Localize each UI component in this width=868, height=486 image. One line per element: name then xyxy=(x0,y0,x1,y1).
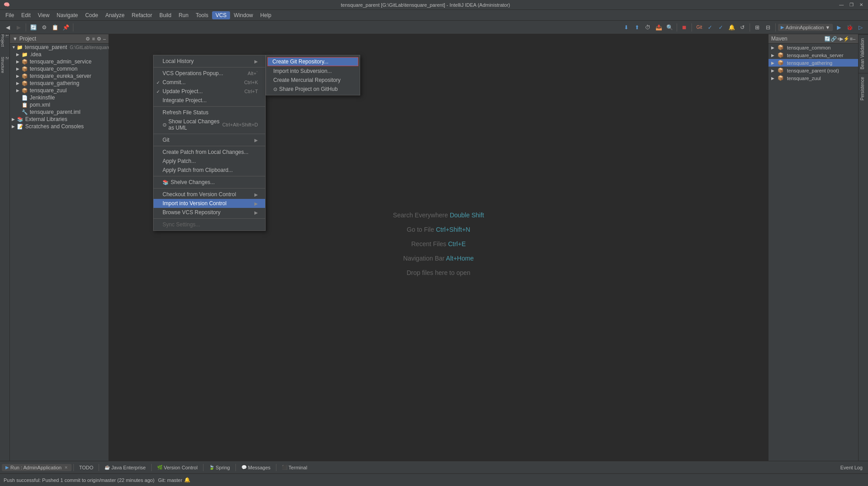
tree-eureka[interactable]: ▶ 📦 tensquare_eureka_server xyxy=(10,72,108,80)
layout-btn[interactable]: ⊞ xyxy=(752,22,762,32)
tab-todo[interactable]: TODO xyxy=(76,464,97,471)
coverage-btn[interactable]: ▷ xyxy=(855,22,865,32)
vcs-apply-clipboard[interactable]: Apply Patch from Clipboard... xyxy=(154,166,265,175)
vcs-browse[interactable]: Browse VCS Repository ▶ xyxy=(154,208,265,217)
menu-vcs[interactable]: VCS xyxy=(212,11,231,19)
vcs-update[interactable]: Update Project... Ctrl+T xyxy=(154,87,265,96)
vcs-import[interactable]: Import into Version Control ▶ xyxy=(154,199,265,208)
back-button[interactable]: ◀ xyxy=(3,22,13,32)
create-git-repo[interactable]: Create Git Repository... xyxy=(267,57,358,66)
run-btn[interactable]: ▶ xyxy=(834,22,844,32)
vcs-apply-patch[interactable]: Apply Patch... xyxy=(154,157,265,166)
tab-spring[interactable]: 🍃 Spring xyxy=(205,464,234,471)
tree-root[interactable]: ▼ 📁 tensquare_parent G:\GitLab\tensquare… xyxy=(10,44,108,51)
bean-validation-tab[interactable]: Bean Validation xyxy=(859,34,868,73)
forward-button[interactable]: ▶ xyxy=(14,22,23,32)
project-minimize-icon[interactable]: – xyxy=(103,36,106,41)
tree-common[interactable]: ▶ 📦 tensquare_common xyxy=(10,65,108,72)
tree-iml[interactable]: ▶ 🔧 tensquare_parent.iml xyxy=(10,108,108,116)
menu-view[interactable]: View xyxy=(34,11,53,19)
layout2-btn[interactable]: ⊟ xyxy=(763,22,773,32)
git-status[interactable]: Git: master 🔔 xyxy=(158,477,190,483)
vcs-history-btn[interactable]: ⏱ xyxy=(643,22,653,32)
menu-refactor[interactable]: Refactor xyxy=(128,11,156,19)
menu-code[interactable]: Code xyxy=(81,11,102,19)
sidebar-project-icon[interactable]: 1: Project xyxy=(0,36,9,45)
vcs-refresh[interactable]: Refresh File Status xyxy=(154,108,265,117)
tab-messages[interactable]: 💬 Messages xyxy=(238,464,274,471)
close-button[interactable]: ✕ xyxy=(858,2,864,8)
vcs-shelve[interactable]: 📚 Shelve Changes... xyxy=(154,178,265,187)
vcs-checkout[interactable]: Checkout from Version Control ▶ xyxy=(154,190,265,199)
maven-minimize[interactable]: – xyxy=(853,36,855,41)
tree-pom[interactable]: ▶ 📋 pom.xml xyxy=(10,101,108,108)
vcs-operations-popup[interactable]: VCS Operations Popup... Alt+` xyxy=(154,69,265,78)
vcs-local-history[interactable]: Local History ▶ xyxy=(154,57,265,66)
run-config-dropdown[interactable]: ▶ AdminApplication ▼ xyxy=(778,24,833,31)
create-mercurial[interactable]: Create Mercurial Repository xyxy=(266,76,360,85)
maven-sync[interactable]: 🔗 xyxy=(831,36,837,42)
debug-btn[interactable]: 🐞 xyxy=(845,22,854,32)
menu-window[interactable]: Window xyxy=(230,11,257,19)
share-github[interactable]: ⊙ Share Project on GitHub xyxy=(266,85,360,94)
tab-version-control[interactable]: 🌿 Version Control xyxy=(154,464,201,471)
menu-file[interactable]: File xyxy=(2,11,18,19)
refresh-btn[interactable]: ↺ xyxy=(737,22,747,32)
tree-zuul[interactable]: ▶ 📦 tensquare_zuul xyxy=(10,87,108,94)
maven-gathering[interactable]: ▶ 📦 tensquare_gathering xyxy=(769,59,858,67)
persistence-tab[interactable]: Persistence xyxy=(859,73,868,104)
sync-button[interactable]: 🔄 xyxy=(28,22,38,32)
maven-parent[interactable]: ▶ 📦 tensquare_parent (root) xyxy=(769,67,858,74)
menu-tools[interactable]: Tools xyxy=(192,11,212,19)
structure-button[interactable]: 📋 xyxy=(50,22,60,32)
tab-run[interactable]: ▶ Run : AdminApplication ✕ xyxy=(2,464,72,471)
maven-run[interactable]: ▶ xyxy=(840,36,843,42)
check2-btn[interactable]: ✓ xyxy=(716,22,726,32)
stop-btn[interactable]: ⏹ xyxy=(679,22,689,32)
vcs-integrate[interactable]: Integrate Project... xyxy=(154,96,265,105)
minimize-button[interactable]: — xyxy=(838,2,845,8)
maven-run2[interactable]: ⚡ xyxy=(843,36,850,42)
pin-button[interactable]: 📌 xyxy=(61,22,71,32)
nav-shortcut: Alt+Home xyxy=(446,255,474,262)
maven-zuul[interactable]: ▶ 📦 tensquare_zuul xyxy=(769,74,858,82)
menu-help[interactable]: Help xyxy=(257,11,275,19)
menu-build[interactable]: Build xyxy=(156,11,175,19)
tree-jenkinsfile[interactable]: ▶ 📄 Jenkinsfile xyxy=(10,94,108,101)
tree-ext-libraries[interactable]: ▶ 📚 External Libraries xyxy=(10,116,108,123)
vcs-sync[interactable]: Sync Settings... xyxy=(154,220,265,229)
checkmark-btn[interactable]: ✓ xyxy=(705,22,715,32)
import-svn[interactable]: Import into Subversion... xyxy=(266,67,360,76)
update-btn[interactable]: ⬇ xyxy=(621,22,631,32)
search-btn[interactable]: 🔍 xyxy=(665,22,674,32)
restore-button[interactable]: ❐ xyxy=(848,2,854,8)
maven-eureka[interactable]: ▶ 📦 tensquare_eureka_server xyxy=(769,51,858,59)
settings-button[interactable]: ⚙ xyxy=(39,22,49,32)
run-close[interactable]: ✕ xyxy=(64,465,68,470)
maven-common[interactable]: ▶ 📦 tensquare_common xyxy=(769,44,858,51)
project-settings-icon[interactable]: ⚙ xyxy=(97,36,101,42)
menu-run[interactable]: Run xyxy=(175,11,192,19)
tree-admin[interactable]: ▶ 📦 tensquare_admin_service xyxy=(10,58,108,65)
tree-idea[interactable]: ▶ 📁 .idea xyxy=(10,51,108,58)
tab-event-log[interactable]: Event Log xyxy=(836,464,866,471)
vcs-show-local[interactable]: ⊙ Show Local Changes as UML Ctrl+Alt+Shi… xyxy=(154,117,265,132)
tree-scratches[interactable]: ▶ 📝 Scratches and Consoles xyxy=(10,123,108,130)
check3-btn[interactable]: 🔔 xyxy=(727,22,737,32)
menu-edit[interactable]: Edit xyxy=(18,11,34,19)
commit-btn[interactable]: ⬆ xyxy=(632,22,642,32)
tab-java-enterprise[interactable]: ☕ Java Enterprise xyxy=(101,464,149,471)
vcs-create-patch[interactable]: Create Patch from Local Changes... xyxy=(154,148,265,157)
vcs-commit[interactable]: Commit... Ctrl+K xyxy=(154,78,265,87)
project-gear-icon[interactable]: ⚙ xyxy=(86,36,90,42)
tree-gathering[interactable]: ▶ 📦 tensquare_gathering xyxy=(10,80,108,87)
tab-terminal[interactable]: ⬛ Terminal xyxy=(278,464,311,471)
menu-analyze[interactable]: Analyze xyxy=(102,11,128,19)
sidebar-structure-icon[interactable]: 2: Structure xyxy=(0,60,9,69)
push-btn[interactable]: 📤 xyxy=(654,22,664,32)
maven-refresh[interactable]: 🔄 xyxy=(824,36,831,42)
project-sort-icon[interactable]: ≡ xyxy=(92,36,95,41)
project-dropdown-icon[interactable]: ▼ xyxy=(13,36,18,41)
menu-navigate[interactable]: Navigate xyxy=(53,11,81,19)
vcs-git[interactable]: Git ▶ xyxy=(154,135,265,144)
